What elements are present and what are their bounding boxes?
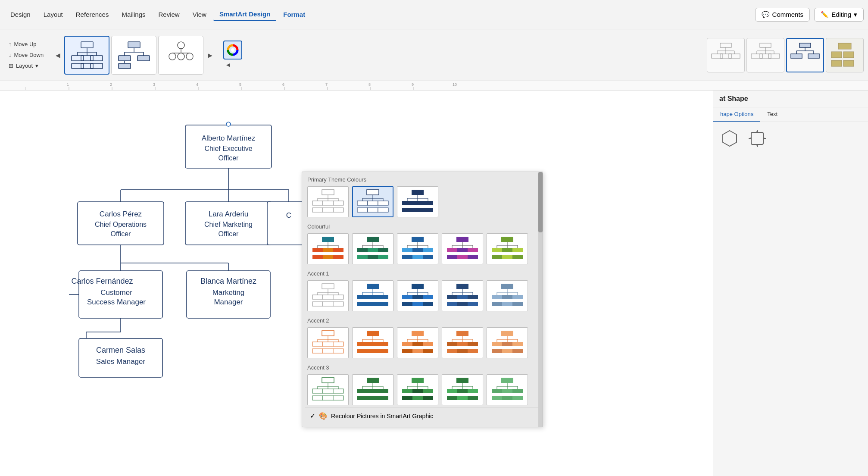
svg-rect-310 <box>423 349 433 353</box>
svg-marker-402 <box>756 145 758 147</box>
layout-button[interactable]: ⊞ Layout ▾ <box>4 61 43 71</box>
svg-text:Carlos Pérez: Carlos Pérez <box>100 210 142 218</box>
svg-rect-202 <box>468 255 478 259</box>
menu-format[interactable]: Format <box>277 8 311 21</box>
colour-accent1-2[interactable] <box>352 280 393 311</box>
panel-scrollbar-track[interactable] <box>538 172 543 427</box>
colour-accent2-1[interactable] <box>307 327 349 358</box>
move-down-button[interactable]: ↓ Move Down <box>4 50 48 60</box>
hexagon-icon[interactable] <box>720 129 739 148</box>
svg-rect-94 <box>185 202 272 245</box>
svg-rect-9 <box>72 63 84 69</box>
layout-thumb-3[interactable] <box>158 36 203 75</box>
menu-references[interactable]: References <box>70 8 115 21</box>
svg-rect-309 <box>412 349 423 353</box>
colour-option-blue-outline[interactable] <box>352 186 393 217</box>
colour-accent1-1[interactable] <box>307 280 349 311</box>
arrow-up-icon: ↑ <box>9 41 12 47</box>
svg-rect-104 <box>79 271 162 318</box>
svg-rect-38 <box>760 43 771 47</box>
svg-rect-295 <box>378 342 388 346</box>
editing-button[interactable]: ✏️ Editing ▾ <box>814 8 864 22</box>
colour-accent3-4[interactable] <box>442 374 483 405</box>
svg-rect-294 <box>368 342 378 346</box>
comments-button[interactable]: 💬 Comments <box>755 8 810 22</box>
colour-panel-collapse[interactable]: ◀ <box>223 60 233 70</box>
move-icon[interactable] <box>748 129 767 148</box>
svg-marker-401 <box>756 130 758 132</box>
colour-accent3-2[interactable] <box>352 374 393 405</box>
colour-option-dark[interactable] <box>397 186 438 217</box>
recolour-label: Recolour Pictures in SmartArt Graphic <box>331 413 433 420</box>
svg-rect-166 <box>333 255 343 259</box>
svg-rect-46 <box>768 54 780 58</box>
layout-thumb-2[interactable] <box>111 36 156 75</box>
menu-design[interactable]: Design <box>4 8 37 21</box>
colour-accent1-4[interactable] <box>442 280 483 311</box>
thumb-prev-button[interactable]: ◀ <box>53 50 62 60</box>
thumb-next-button[interactable]: ▶ <box>205 50 215 60</box>
menu-view[interactable]: View <box>187 8 212 21</box>
svg-rect-273 <box>502 302 512 306</box>
svg-rect-177 <box>368 255 378 259</box>
svg-text:8: 8 <box>368 82 371 87</box>
layout-thumb-3d[interactable] <box>826 38 864 72</box>
change-colours-button[interactable] <box>223 41 242 60</box>
svg-rect-221 <box>312 295 323 299</box>
colour-accent2-5[interactable] <box>487 327 528 358</box>
svg-text:Customer: Customer <box>100 288 132 297</box>
svg-rect-246 <box>412 295 423 299</box>
colour-accent3-5[interactable] <box>487 374 528 405</box>
menu-review[interactable]: Review <box>153 8 186 21</box>
svg-rect-164 <box>312 255 323 259</box>
panel-scrollbar-thumb[interactable] <box>538 172 543 232</box>
accent3-label: Accent 3 <box>305 360 540 373</box>
svg-rect-235 <box>378 295 388 299</box>
svg-rect-308 <box>402 349 412 353</box>
menu-layout[interactable]: Layout <box>37 8 69 21</box>
svg-rect-223 <box>333 295 343 299</box>
colour-accent1-3[interactable] <box>397 280 438 311</box>
svg-rect-391 <box>512 389 523 393</box>
colour-colourful-4[interactable] <box>442 233 483 264</box>
colour-panel-scroll[interactable]: Primary Theme Colours <box>302 172 543 427</box>
colour-accent2-3[interactable] <box>397 327 438 358</box>
layout-thumb-right-selected[interactable] <box>786 38 824 72</box>
colour-accent3-1[interactable] <box>307 374 349 405</box>
colour-colourful-1[interactable] <box>307 233 349 264</box>
svg-rect-270 <box>502 295 512 299</box>
svg-rect-369 <box>412 396 423 400</box>
svg-rect-380 <box>447 396 457 400</box>
layout-thumb-1[interactable] <box>64 36 109 75</box>
svg-rect-190 <box>423 255 433 259</box>
svg-text:Blanca Martínez: Blanca Martínez <box>200 277 256 285</box>
svg-rect-342 <box>323 389 333 393</box>
colour-colourful-5[interactable] <box>487 233 528 264</box>
layout-thumb-right-1[interactable] <box>707 38 745 72</box>
chevron-down-icon: ▾ <box>854 11 857 19</box>
svg-rect-137 <box>357 201 368 205</box>
colour-accent2-4[interactable] <box>442 327 483 358</box>
svg-rect-142 <box>378 208 388 212</box>
menu-mailings[interactable]: Mailings <box>116 8 151 21</box>
move-up-button[interactable]: ↑ Move Up <box>4 39 41 49</box>
svg-rect-131 <box>367 190 379 195</box>
svg-rect-198 <box>457 248 468 252</box>
tab-shape-options[interactable]: hape Options <box>713 107 760 122</box>
menu-smartart-design[interactable]: SmartArt Design <box>213 8 276 21</box>
colour-accent1-5[interactable] <box>487 280 528 311</box>
svg-rect-249 <box>412 302 423 306</box>
svg-rect-127 <box>333 201 343 205</box>
svg-text:Officer: Officer <box>219 154 239 162</box>
colour-accent3-3[interactable] <box>397 374 438 405</box>
tab-text[interactable]: Text <box>760 107 784 122</box>
svg-rect-209 <box>492 248 502 252</box>
layout-thumb-right-2[interactable] <box>746 38 784 72</box>
colour-option-outline[interactable] <box>307 186 349 217</box>
svg-rect-188 <box>402 255 412 259</box>
colour-colourful-2[interactable] <box>352 233 393 264</box>
recolour-pictures-button[interactable]: ✓ 🎨 Recolour Pictures in SmartArt Graphi… <box>305 407 540 424</box>
svg-rect-130 <box>333 208 343 212</box>
colour-accent2-2[interactable] <box>352 327 393 358</box>
colour-colourful-3[interactable] <box>397 233 438 264</box>
